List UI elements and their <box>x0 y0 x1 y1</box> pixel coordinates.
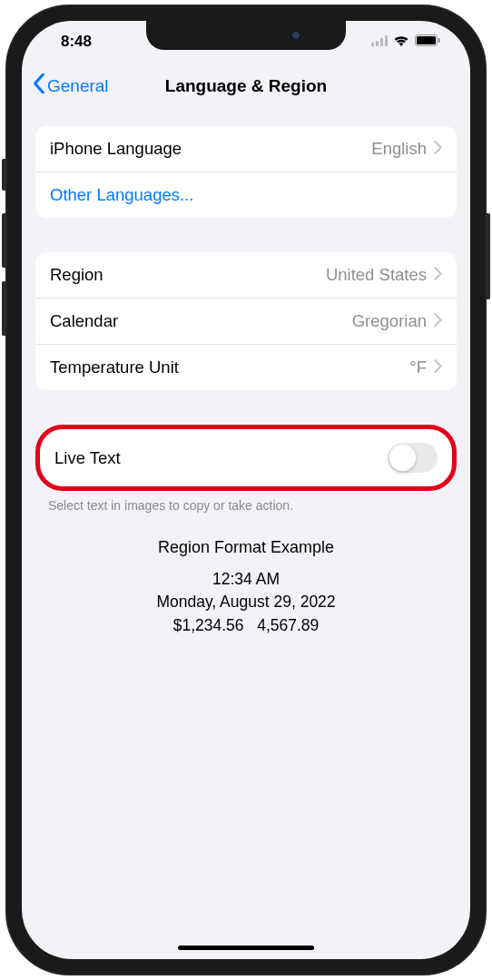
region-label: Region <box>50 265 326 285</box>
temperature-value: °F <box>409 358 427 377</box>
chevron-right-icon <box>434 267 442 284</box>
cellular-signal-icon <box>371 34 388 50</box>
example-currency: $1,234.56 <box>173 616 244 634</box>
other-languages-row[interactable]: Other Languages... <box>35 172 457 218</box>
back-button[interactable]: General <box>33 74 109 98</box>
toggle-knob <box>389 445 416 471</box>
status-time: 8:48 <box>61 33 92 51</box>
content: General Language & Region iPhone Languag… <box>22 21 470 959</box>
region-group: Region United States Calendar Gregorian <box>35 252 457 390</box>
svg-rect-5 <box>417 36 436 44</box>
svg-rect-0 <box>371 43 374 46</box>
live-text-footer: Select text in images to copy or take ac… <box>35 498 457 513</box>
live-text-toggle[interactable] <box>388 443 438 473</box>
calendar-value: Gregorian <box>352 311 427 331</box>
iphone-language-value: English <box>371 139 427 159</box>
status-icons <box>371 34 440 50</box>
chevron-left-icon <box>33 74 45 98</box>
region-format-example: Region Format Example 12:34 AM Monday, A… <box>35 538 457 637</box>
wifi-icon <box>393 34 409 50</box>
chevron-right-icon <box>434 313 442 330</box>
svg-rect-2 <box>380 38 383 46</box>
temperature-label: Temperature Unit <box>50 358 409 377</box>
screen: 8:48 General <box>22 21 470 959</box>
calendar-row[interactable]: Calendar Gregorian <box>35 299 457 345</box>
navigation-bar: General Language & Region <box>22 66 470 110</box>
example-numbers: $1,234.56 4,567.89 <box>35 614 457 637</box>
calendar-label: Calendar <box>50 311 352 331</box>
example-time: 12:34 AM <box>35 568 457 591</box>
example-date: Monday, August 29, 2022 <box>35 591 457 613</box>
front-camera-icon <box>291 31 300 40</box>
language-group: iPhone Language English Other Languages.… <box>35 126 457 218</box>
page-title: Language & Region <box>165 76 327 96</box>
example-number: 4,567.89 <box>257 616 319 634</box>
temperature-row[interactable]: Temperature Unit °F <box>35 345 457 390</box>
iphone-language-label: iPhone Language <box>50 139 371 159</box>
battery-icon <box>415 34 440 50</box>
example-title: Region Format Example <box>35 538 457 557</box>
phone-side-buttons-left <box>2 159 5 349</box>
live-text-label: Live Text <box>54 448 388 468</box>
notch <box>146 21 346 50</box>
chevron-right-icon <box>434 359 442 377</box>
phone-side-buttons-right <box>487 213 490 299</box>
phone-frame: 8:48 General <box>5 5 487 975</box>
chevron-right-icon <box>434 141 442 158</box>
iphone-language-row[interactable]: iPhone Language English <box>35 126 457 172</box>
region-row[interactable]: Region United States <box>35 252 457 299</box>
svg-rect-1 <box>376 41 379 46</box>
svg-rect-3 <box>385 35 388 46</box>
live-text-highlight: Live Text <box>35 425 457 491</box>
region-value: United States <box>326 265 427 285</box>
settings-body: iPhone Language English Other Languages.… <box>22 110 470 637</box>
back-label: General <box>47 76 109 96</box>
live-text-row[interactable]: Live Text <box>42 431 450 485</box>
svg-rect-6 <box>438 38 440 43</box>
other-languages-label: Other Languages... <box>50 185 193 205</box>
home-indicator[interactable] <box>178 946 314 950</box>
